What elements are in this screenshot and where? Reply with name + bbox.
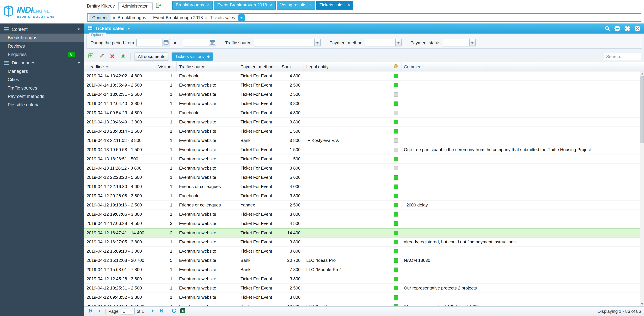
dropdown-trigger[interactable] [314,40,320,46]
table-row[interactable]: 2019-04-12 20:26:08 - 3 8001FacebookTick… [84,192,640,200]
until-input[interactable] [183,39,209,46]
logout-button[interactable] [156,3,162,9]
column-header-visitors[interactable]: Visitors [156,62,177,71]
column-header-traffic-source[interactable]: Traffic source [177,62,238,71]
table-row[interactable]: 2019-04-12 22:23:20 - 5 6001Eventnn.ru w… [84,173,640,182]
table-row[interactable]: 2019-04-14 13:35:49 - 2 5001Eventnn.ru w… [84,81,640,90]
close-icon[interactable] [634,25,641,32]
add-button[interactable] [87,52,95,60]
sidebar-item-dictionaries[interactable]: Dictionaries [0,59,84,67]
traffic-source-input[interactable] [254,40,314,46]
cell-payment: Ticket For Event [238,156,280,162]
payment-method-select[interactable] [365,39,402,46]
breadcrumb-item-event-breakthrough-2018[interactable]: Event-Breakthrough 2018 [153,15,203,20]
period-from-calendar-button[interactable] [162,39,170,46]
table-row[interactable]: 2019-04-12 09:43:38 - 16 0004Eventnn.ru … [84,302,640,306]
payment-status-select[interactable] [443,39,476,46]
move-icon[interactable] [624,25,630,32]
until-calendar-button[interactable] [209,39,216,46]
sidebar-item-managers[interactable]: Managers [0,67,84,76]
tab-close-icon[interactable]: × [270,2,272,8]
table-row[interactable]: 2019-04-13 23:43:14 - 1 5001Eventnn.ru w… [84,127,640,136]
table-row[interactable]: 2019-04-12 09:48:52 - 3 8001Eventnn.ru w… [84,293,640,302]
table-row[interactable]: 2019-04-13 18:26:51 - 5001Eventnn.ru web… [84,154,640,164]
vertical-scrollbar[interactable] [640,72,644,306]
table-row[interactable]: 2019-04-12 19:07:06 - 3 8001Eventnn.ru w… [84,210,640,219]
breadcrumb-item-tickets-sales[interactable]: Tickets sales [210,15,235,20]
payment-status-input[interactable] [443,40,469,46]
dropdown-trigger[interactable] [469,40,475,46]
page-number-input[interactable] [120,308,135,314]
tab-breakthroughs[interactable]: Breakthroughs× [172,1,213,10]
tab-close-icon[interactable]: × [309,2,312,8]
breadcrumb-dropdown-button[interactable] [238,14,245,21]
sidebar-item-cities[interactable]: Cities [0,76,84,84]
delete-button[interactable] [108,52,116,60]
sidebar-item-possible-criteria[interactable]: Possible criteria [0,101,84,109]
table-row[interactable]: 2019-04-12 16:09:10 - 3 8001Eventnn.ru w… [84,247,640,256]
tab-tickets-sales[interactable]: Tickets sales× [316,1,353,10]
cell-traffic: Facebook [177,73,238,78]
prev-page-button[interactable] [96,308,103,315]
scroll-up-icon[interactable] [641,72,643,76]
traffic-source-select[interactable] [254,39,321,46]
sidebar-item-payment-methods[interactable]: Payment methods [0,92,84,101]
table-row[interactable]: 2019-04-14 09:54:23 - 4 8001FacebookTick… [84,108,640,118]
role-selector[interactable]: Administrator [118,2,152,10]
table-row[interactable]: 2019-04-12 16:47:41 - 14 4002Eventnn.ru … [84,228,640,238]
scrollbar-thumb[interactable] [640,76,644,143]
table-row[interactable]: 2019-04-12 22:16:30 - 4 0001Friends or c… [84,182,640,192]
collapse-icon[interactable] [614,25,620,32]
sidebar-item-breakthroughs[interactable]: Breakthroughs [0,34,84,42]
sidebar-item-reviews[interactable]: Reviews [0,42,84,50]
scroll-down-icon[interactable] [641,302,643,306]
dropdown-trigger[interactable] [395,40,401,46]
breadcrumb-item-breakthroughs[interactable]: Breakthroughs [118,15,146,20]
table-row[interactable]: 2019-04-12 15:08:01 - 7 8001Eventnn.ru w… [84,265,640,274]
period-from-input[interactable] [136,39,162,46]
refresh-button[interactable] [171,308,178,315]
cell-traffic: Eventnn.ru website [177,295,238,300]
column-header-paid-status[interactable] [390,62,402,71]
sidebar-item-enquiries[interactable]: Enquiries8 [0,50,84,59]
table-row[interactable]: 2019-04-14 13:42:02 - 4 8001FacebookTick… [84,72,640,81]
count-badge: 8 [68,52,75,57]
next-page-button[interactable] [150,308,156,315]
tickets-visitors-button[interactable]: Tickets visitors + [172,52,213,60]
table-row[interactable]: 2019-04-12 17:06:28 - 4 5003Eventnn.ru w… [84,219,640,228]
sidebar-item-content[interactable]: Content [0,25,84,34]
column-header-legal-entity[interactable]: Legal entity [304,62,390,71]
table-row[interactable]: 2019-04-14 12:04:40 - 3 8001Eventnn.ru w… [84,99,640,108]
edit-button[interactable] [98,52,106,60]
column-header-payment-method[interactable]: Payment method [238,62,280,71]
last-page-button[interactable] [158,308,165,315]
table-row[interactable]: 2019-04-12 16:27:05 - 3 8001Eventnn.ru w… [84,238,640,247]
first-page-button[interactable] [87,308,94,315]
table-row[interactable]: 2019-04-12 15:12:08 - 20 7005Eventnn.ru … [84,256,640,265]
table-row[interactable]: 2019-04-13 22:11:08 - 3 8001Eventnn.ru w… [84,136,640,145]
table-row[interactable]: 2019-04-13 23:46:49 - 3 8001Eventnn.ru w… [84,118,640,127]
sidebar-item-traffic-sources[interactable]: Traffic sources [0,84,84,92]
column-header-comment[interactable]: Comment [402,62,640,71]
upload-button[interactable] [119,52,127,60]
tab-close-icon[interactable]: × [207,2,210,8]
next-page-icon [150,308,155,314]
search-icon[interactable] [605,26,610,31]
search-input[interactable] [604,53,641,60]
tab-close-icon[interactable]: × [348,2,350,8]
table-row[interactable]: 2019-04-12 10:25:31 - 2 5001Eventnn.ru w… [84,284,640,293]
breadcrumb-item-content[interactable]: Content [89,14,110,21]
column-header-sum[interactable]: Sum [280,62,304,71]
chevron-down-icon[interactable] [127,28,130,30]
all-documents-button[interactable]: All documents [134,52,169,60]
table-row[interactable]: 2019-04-13 19:59:58 - 1 5001Eventnn.ru w… [84,145,640,154]
table-row[interactable]: 2019-04-14 13:02:31 - 2 5001Eventnn.ru w… [84,90,640,99]
tab-voting-results[interactable]: Voting results× [277,1,315,10]
table-row[interactable]: 2019-04-12 12:45:26 - 3 8001Eventnn.ru w… [84,274,640,284]
table-row[interactable]: 2019-04-12 19:18:16 - 2 5001Friends or c… [84,200,640,210]
table-row[interactable]: 2019-04-13 11:28:12 - 3 8001Eventnn.ru w… [84,164,640,173]
tab-event-breakthrough-2018[interactable]: Event-Breakthrough 2018× [214,1,276,10]
payment-method-input[interactable] [365,40,395,46]
excel-export-button[interactable]: X [180,308,186,315]
column-header-headline[interactable]: Headline [84,62,156,71]
